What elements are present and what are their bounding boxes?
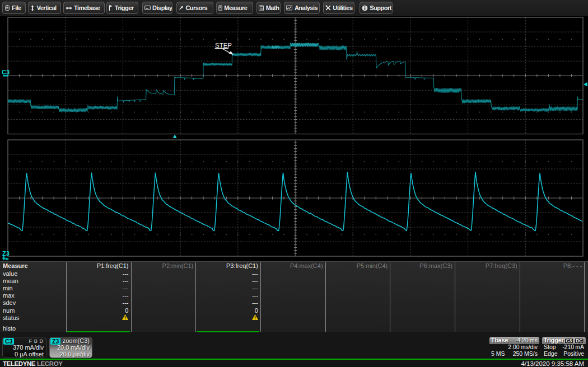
svg-text:C3: C3 xyxy=(2,69,10,76)
svg-text:STEP: STEP xyxy=(215,42,232,49)
